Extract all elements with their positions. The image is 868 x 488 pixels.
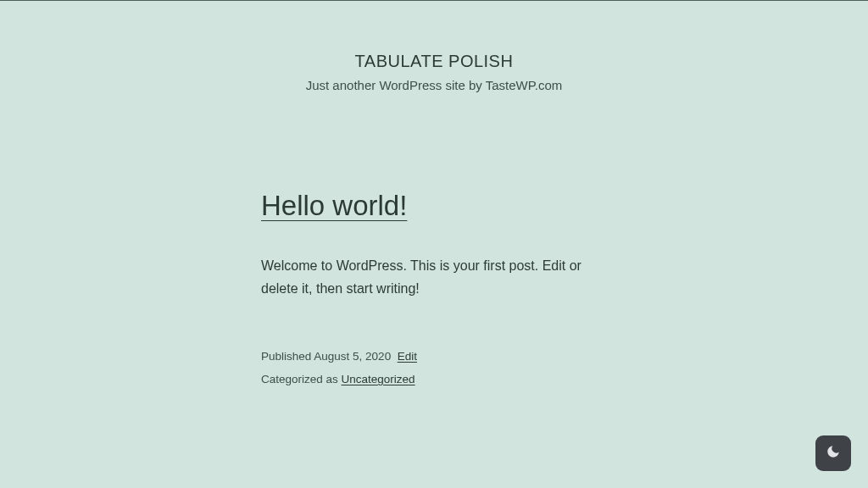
category-link[interactable]: Uncategorized: [342, 373, 415, 385]
site-header: TABULATE POLISH Just another WordPress s…: [0, 1, 868, 109]
post-title-link[interactable]: Hello world!: [261, 190, 407, 222]
site-tagline: Just another WordPress site by TasteWP.c…: [0, 78, 868, 92]
post-content: Hello world! Welcome to WordPress. This …: [261, 190, 617, 390]
published-label: Published: [261, 350, 311, 363]
published-line: Published August 5, 2020 Edit: [261, 347, 617, 367]
category-line: Categorized as Uncategorized: [261, 369, 617, 390]
site-title-link[interactable]: TABULATE POLISH: [0, 52, 868, 71]
categorized-label: Categorized as: [261, 373, 338, 385]
post-body-text: Welcome to WordPress. This is your first…: [261, 254, 617, 300]
dark-mode-toggle[interactable]: [815, 435, 851, 471]
moon-icon: [826, 444, 841, 463]
edit-link[interactable]: Edit: [398, 350, 417, 363]
post-meta: Published August 5, 2020 Edit Categorize…: [261, 347, 617, 390]
published-date: August 5, 2020: [314, 350, 391, 363]
